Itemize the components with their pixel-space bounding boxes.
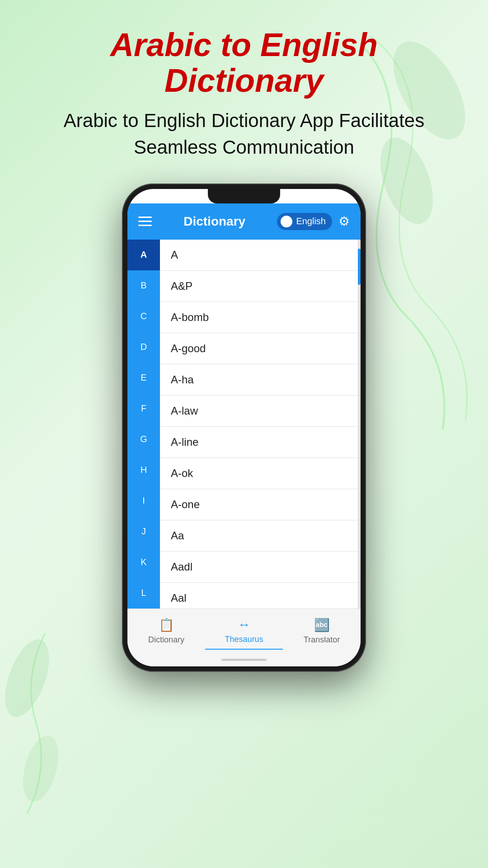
- alpha-item-E[interactable]: E: [127, 363, 160, 393]
- thesaurus-icon: ↔: [238, 618, 250, 632]
- alpha-item-C[interactable]: C: [127, 301, 160, 332]
- header-right: English ⚙: [277, 213, 350, 230]
- hamburger-button[interactable]: [138, 217, 152, 226]
- list-item[interactable]: A-law: [160, 396, 358, 427]
- alpha-item-F[interactable]: F: [127, 393, 160, 424]
- list-item[interactable]: Aadl: [160, 552, 358, 583]
- home-indicator: [221, 659, 267, 661]
- app-title: Dictionary: [183, 214, 245, 229]
- main-title: Arabic to English Dictionary: [36, 27, 452, 99]
- scroll-indicator: [358, 240, 361, 609]
- bottom-nav: 📋 Dictionary ↔ Thesaurus 🔤 Translator: [127, 609, 361, 654]
- alpha-item-G[interactable]: G: [127, 424, 160, 455]
- language-toggle[interactable]: English: [277, 213, 332, 230]
- nav-translator[interactable]: 🔤 Translator: [283, 613, 361, 649]
- list-item[interactable]: Aal: [160, 583, 358, 609]
- nav-thesaurus[interactable]: ↔ Thesaurus: [205, 613, 283, 650]
- phone-outer: Dictionary English ⚙ A B C D E: [122, 184, 366, 672]
- svg-point-2: [0, 634, 58, 723]
- word-list[interactable]: A A&P A-bomb A-good A-ha A-law A-line A-…: [160, 240, 358, 609]
- content-area: A B C D E F G H I J K L A A&P A-: [127, 240, 361, 609]
- alpha-item-D[interactable]: D: [127, 332, 160, 363]
- alpha-item-J[interactable]: J: [127, 516, 160, 547]
- list-item[interactable]: A-ha: [160, 364, 358, 396]
- list-item[interactable]: A-bomb: [160, 302, 358, 333]
- list-item[interactable]: A: [160, 240, 358, 271]
- nav-thesaurus-label: Thesaurus: [225, 635, 263, 644]
- toggle-label: English: [296, 216, 326, 226]
- list-item[interactable]: A-line: [160, 427, 358, 458]
- list-item[interactable]: A&P: [160, 271, 358, 302]
- settings-icon[interactable]: ⚙: [338, 214, 350, 229]
- alpha-item-B[interactable]: B: [127, 270, 160, 301]
- svg-point-3: [17, 731, 65, 805]
- app-header: Dictionary English ⚙: [127, 203, 361, 240]
- phone-mockup: Dictionary English ⚙ A B C D E: [122, 184, 366, 672]
- toggle-circle: [281, 216, 292, 227]
- page-header: Arabic to English Dictionary Arabic to E…: [0, 0, 488, 175]
- alpha-item-K[interactable]: K: [127, 547, 160, 578]
- phone-bottom: [127, 654, 361, 666]
- alpha-item-L[interactable]: L: [127, 578, 160, 609]
- nav-dictionary[interactable]: 📋 Dictionary: [127, 613, 205, 649]
- translator-icon: 🔤: [314, 618, 330, 632]
- nav-translator-label: Translator: [304, 635, 340, 645]
- alpha-item-H[interactable]: H: [127, 455, 160, 486]
- alphabet-sidebar: A B C D E F G H I J K L: [127, 240, 160, 609]
- list-item[interactable]: A-ok: [160, 458, 358, 489]
- list-item[interactable]: A-good: [160, 333, 358, 364]
- phone-inner: Dictionary English ⚙ A B C D E: [127, 189, 361, 666]
- list-item[interactable]: Aa: [160, 520, 358, 552]
- nav-dictionary-label: Dictionary: [148, 635, 184, 645]
- subtitle: Arabic to English Dictionary App Facilit…: [36, 108, 452, 161]
- list-item[interactable]: A-one: [160, 489, 358, 520]
- dictionary-icon: 📋: [159, 618, 174, 632]
- alpha-item-A[interactable]: A: [127, 240, 160, 270]
- alpha-item-I[interactable]: I: [127, 486, 160, 516]
- phone-notch: [208, 189, 280, 203]
- scroll-thumb: [358, 249, 361, 285]
